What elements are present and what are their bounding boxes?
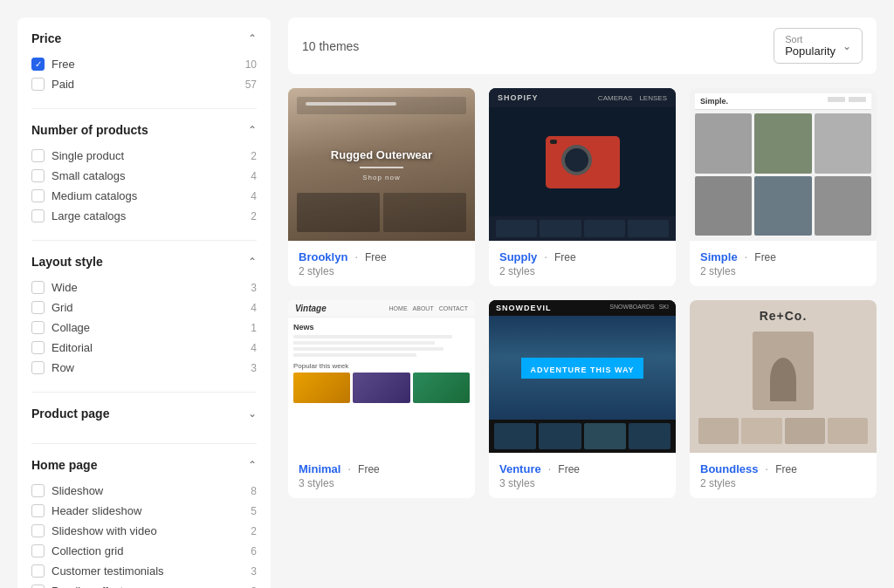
filter-label-small: Small catalogs — [52, 169, 126, 182]
filter-label-row: Row — [52, 361, 74, 374]
checkbox-paid[interactable] — [31, 78, 45, 91]
checkbox-large[interactable] — [31, 209, 45, 222]
filter-item-header-slideshow: Header slideshow 5 — [31, 501, 257, 521]
sort-chevron-icon: ⌄ — [842, 40, 851, 52]
filter-section-product-page: Product page ⌄ — [31, 407, 257, 444]
filter-item-testimonials: Customer testimonials 3 — [31, 561, 257, 581]
filter-item-collage: Collage 1 — [31, 318, 257, 338]
theme-name-brooklyn[interactable]: Brooklyn — [299, 250, 347, 263]
filter-label-medium: Medium catalogs — [52, 189, 137, 202]
filter-header-price[interactable]: Price ⌃ — [31, 31, 257, 45]
checkbox-collage[interactable] — [31, 321, 45, 334]
filter-item-small: Small catalogs 4 — [31, 166, 257, 186]
filter-item-slideshow: Slideshow 8 — [31, 481, 257, 501]
filter-label-free: Free — [52, 58, 75, 71]
checkbox-collection-grid[interactable] — [31, 544, 45, 557]
filter-label-parallax: Parallax effect — [52, 585, 123, 588]
filter-label-wide: Wide — [52, 281, 78, 294]
theme-preview-supply: SHOPIFY CAMERAS LENSES — [489, 88, 676, 241]
theme-card-simple[interactable]: Simple. — [690, 88, 877, 286]
sidebar: Price ⌃ Free 10 Paid 57 Number o — [17, 17, 271, 588]
filter-item-editorial: Editorial 4 — [31, 338, 257, 358]
filter-label-collage: Collage — [52, 321, 90, 334]
theme-styles-supply: 2 styles — [499, 265, 665, 277]
checkbox-small[interactable] — [31, 169, 45, 182]
filter-label-single: Single product — [52, 149, 124, 162]
theme-card-boundless[interactable]: Re+Co. B — [690, 300, 877, 498]
sort-dropdown[interactable]: Sort Popularity ⌄ — [774, 28, 863, 64]
theme-styles-simple: 2 styles — [700, 265, 866, 277]
theme-card-brooklyn[interactable]: Rugged Outerwear Shop now Brooklyn · Fre… — [288, 88, 475, 286]
filter-count-single: 2 — [251, 150, 257, 162]
checkbox-testimonials[interactable] — [31, 564, 45, 578]
filter-header-num-products[interactable]: Number of products ⌃ — [31, 123, 257, 137]
theme-price-supply: Free — [554, 251, 576, 263]
checkbox-slideshow-video[interactable] — [31, 524, 45, 537]
checkbox-slideshow[interactable] — [31, 484, 45, 497]
checkbox-row[interactable] — [31, 361, 45, 374]
filter-section-home-page: Home page ⌃ Slideshow 8 Header slideshow… — [31, 458, 257, 588]
theme-preview-minimal: Vintage HOME ABOUT CONTACT News — [288, 300, 475, 453]
filter-count-collection-grid: 6 — [251, 545, 257, 557]
chevron-up-icon-3: ⌃ — [248, 256, 257, 268]
theme-card-venture[interactable]: SNOWDEVIL SNOWBOARDS SKI ADVENTURE THIS … — [489, 300, 676, 498]
theme-name-supply[interactable]: Supply — [499, 250, 537, 263]
checkbox-wide[interactable] — [31, 281, 45, 294]
filter-count-header-slideshow: 5 — [251, 505, 257, 517]
theme-name-simple[interactable]: Simple — [700, 250, 738, 263]
filter-item-row: Row 3 — [31, 358, 257, 378]
filter-label-collection-grid: Collection grid — [52, 544, 123, 557]
filter-label-slideshow: Slideshow — [52, 484, 103, 497]
filter-item-parallax: Parallax effect 2 — [31, 581, 257, 588]
checkbox-single[interactable] — [31, 149, 45, 162]
theme-preview-venture: SNOWDEVIL SNOWBOARDS SKI ADVENTURE THIS … — [489, 300, 676, 453]
filter-label-slideshow-video: Slideshow with video — [52, 524, 157, 537]
filter-title-num-products: Number of products — [31, 123, 148, 137]
filter-item-large: Large catalogs 2 — [31, 206, 257, 226]
filter-count-grid: 4 — [251, 302, 257, 314]
checkbox-free[interactable] — [31, 58, 45, 71]
chevron-down-icon: ⌄ — [248, 407, 257, 420]
themes-grid: Rugged Outerwear Shop now Brooklyn · Fre… — [288, 88, 877, 498]
filter-count-small: 4 — [251, 170, 257, 182]
filter-count-parallax: 2 — [251, 585, 257, 589]
filter-label-large: Large catalogs — [52, 209, 126, 222]
filter-label-header-slideshow: Header slideshow — [52, 504, 141, 517]
checkbox-parallax[interactable] — [31, 585, 45, 588]
theme-name-minimal[interactable]: Minimal — [299, 462, 340, 475]
theme-name-boundless[interactable]: Boundless — [700, 462, 758, 475]
theme-info-brooklyn: Brooklyn · Free 2 styles — [288, 241, 475, 286]
main-header: 10 themes Sort Popularity ⌄ — [288, 17, 877, 74]
filter-item-grid: Grid 4 — [31, 297, 257, 318]
chevron-up-icon-2: ⌃ — [248, 124, 257, 136]
filter-item-wide: Wide 3 — [31, 277, 257, 297]
theme-styles-minimal: 3 styles — [299, 477, 464, 489]
checkbox-medium[interactable] — [31, 189, 45, 202]
filter-count-medium: 4 — [251, 190, 257, 202]
theme-styles-brooklyn: 2 styles — [299, 265, 464, 277]
checkbox-editorial[interactable] — [31, 341, 45, 354]
theme-name-venture[interactable]: Venture — [499, 462, 541, 475]
filter-header-layout[interactable]: Layout style ⌃ — [31, 255, 257, 269]
filter-header-home-page[interactable]: Home page ⌃ — [31, 458, 257, 472]
filter-label-grid: Grid — [52, 301, 73, 314]
filter-count-testimonials: 3 — [251, 565, 257, 578]
filter-count-paid: 57 — [245, 79, 257, 91]
theme-card-supply[interactable]: SHOPIFY CAMERAS LENSES — [489, 88, 676, 286]
checkbox-header-slideshow[interactable] — [31, 504, 45, 517]
filter-count-slideshow-video: 2 — [251, 525, 257, 537]
filter-item-slideshow-video: Slideshow with video 2 — [31, 521, 257, 541]
theme-card-minimal[interactable]: Vintage HOME ABOUT CONTACT News — [288, 300, 475, 498]
filter-header-product-page[interactable]: Product page ⌄ — [31, 407, 257, 420]
chevron-up-icon: ⌃ — [248, 32, 257, 44]
theme-preview-boundless: Re+Co. — [690, 300, 877, 453]
filter-section-price: Price ⌃ Free 10 Paid 57 — [31, 31, 257, 109]
theme-price-minimal: Free — [358, 463, 380, 475]
filter-item-paid: Paid 57 — [31, 74, 257, 94]
theme-info-boundless: Boundless · Free 2 styles — [690, 453, 877, 498]
theme-info-venture: Venture · Free 3 styles — [489, 453, 676, 498]
theme-price-simple: Free — [754, 251, 776, 263]
filter-title-layout: Layout style — [31, 255, 103, 269]
chevron-up-icon-4: ⌃ — [248, 459, 257, 471]
checkbox-grid[interactable] — [31, 301, 45, 314]
